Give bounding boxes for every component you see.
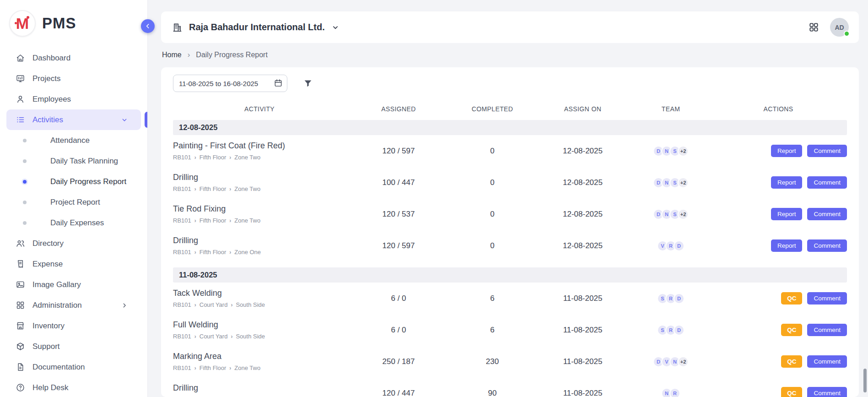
col-team: TEAM [632,105,710,113]
chevron-right-icon: › [229,186,231,192]
sidebar-item-projects[interactable]: Projects [6,68,141,89]
comment-button[interactable]: Comment [807,145,847,157]
comment-button[interactable]: Comment [807,387,847,397]
qc-button[interactable]: QC [781,292,802,305]
completed-value: 6 [451,326,534,335]
sidebar-item-support[interactable]: Support [6,336,141,357]
comment-button[interactable]: Comment [807,324,847,336]
completed-value: 6 [451,294,534,303]
company-selector[interactable]: Raja Bahadur International Ltd. [172,22,340,33]
vertical-scrollbar-thumb[interactable] [863,369,867,392]
team-avatars: S R D [632,325,710,336]
sidebar-item-employees[interactable]: Employees [6,89,141,109]
sidebar-item-label: Attendance [50,136,90,145]
sidebar-item-dashboard[interactable]: Dashboard [6,48,141,68]
assigned-value: 250 / 187 [346,357,451,366]
row-actions: QC Comment [710,355,847,368]
user-avatar[interactable]: AD [830,18,849,37]
app-logo: M PMS [6,9,141,44]
team-more-badge[interactable]: +2 [678,146,689,157]
activity-path: RB101› Court Yard› South Side [173,301,341,308]
sidebar-item-documentation[interactable]: Documentation [6,357,141,377]
projects-icon [16,74,25,83]
date-range-input[interactable] [173,75,287,92]
support-icon [16,342,25,351]
comment-button[interactable]: Comment [807,239,847,252]
top-header: Raja Bahadur International Ltd. AD [161,11,859,43]
assign-on-value: 12-08-2025 [534,147,632,156]
report-button[interactable]: Report [771,145,803,157]
filter-funnel-icon [303,78,313,88]
col-actions: ACTIONS [710,105,847,113]
chevron-right-icon: › [194,302,196,308]
sidebar-item-label: Employees [32,95,71,104]
activity-title: Drilling [173,173,341,182]
assign-on-value: 12-08-2025 [534,178,632,187]
chevron-right-icon: › [231,302,232,308]
sidebar-item-administration[interactable]: Administration [6,295,141,315]
report-button[interactable]: Report [771,176,803,189]
qc-button[interactable]: QC [781,324,802,336]
row-actions: Report Comment [710,176,847,189]
date-group-header: 11-08-2025 [173,267,847,283]
report-button[interactable]: Report [771,239,803,252]
table-row: Drilling RB101› Fifth Floor› Zone Two 12… [173,377,847,397]
chevron-right-icon: › [229,218,231,224]
sidebar-item-inventory[interactable]: Inventory [6,315,141,336]
calendar-icon [274,78,283,87]
help-desk-icon [16,383,25,392]
team-more-badge[interactable]: +2 [678,177,689,188]
comment-button[interactable]: Comment [807,292,847,305]
sidebar-item-daily-task-planning[interactable]: Daily Task Planning [6,151,141,171]
team-avatars: D N S +2 [632,209,710,220]
sidebar-item-expense[interactable]: Expense [6,254,141,274]
chevron-right-icon: › [194,154,196,161]
activities-icon [16,115,25,125]
sidebar: M PMS Dashboard Projects Employees Activ… [0,0,148,397]
sidebar-item-project-report[interactable]: Project Report [6,192,141,212]
chevron-left-icon [144,22,151,30]
activity-path: RB101› Fifth Floor› Zone Two [173,364,341,371]
apps-grid-button[interactable] [809,22,819,33]
activity-path: RB101› Fifth Floor› Zone One [173,249,341,256]
report-button[interactable]: Report [771,208,803,220]
team-member-avatar: D [674,325,685,336]
sidebar-item-daily-progress-report[interactable]: Daily Progress Report [6,171,141,192]
assign-on-value: 11-08-2025 [534,326,632,335]
sidebar-item-label: Dashboard [32,54,70,63]
inventory-icon [16,321,25,331]
qc-button[interactable]: QC [781,355,802,368]
sidebar-item-help-desk[interactable]: Help Desk [6,377,141,397]
date-group-header: 12-08-2025 [173,120,847,135]
comment-button[interactable]: Comment [807,355,847,368]
col-assigned: ASSIGNED [346,105,451,113]
team-more-badge[interactable]: +2 [678,356,689,367]
team-avatars: V R D [632,240,710,251]
sidebar-item-attendance[interactable]: Attendance [6,130,141,151]
team-more-badge[interactable]: +2 [678,209,689,220]
sidebar-item-daily-expenses[interactable]: Daily Expenses [6,212,141,233]
table-row: Drilling RB101› Fifth Floor› Zone One 12… [173,230,847,261]
team-avatars: N R [632,388,710,397]
assigned-value: 100 / 447 [346,178,451,187]
activity-path: RB101› Fifth Floor› Zone Two [173,154,341,161]
comment-button[interactable]: Comment [807,176,847,189]
breadcrumb-home[interactable]: Home [162,51,182,59]
sidebar-item-image-gallary[interactable]: Image Gallary [6,274,141,295]
team-avatars: S R D [632,293,710,304]
sidebar-item-activities[interactable]: Activities [6,109,141,130]
company-name: Raja Bahadur International Ltd. [189,22,325,33]
chevron-right-icon: › [194,333,196,340]
row-actions: QC Comment [710,292,847,305]
qc-button[interactable]: QC [781,387,802,397]
sidebar-collapse-button[interactable] [141,19,155,33]
activity-path: RB101› Fifth Floor› Zone Two [173,217,341,224]
chevron-right-icon: › [194,218,196,224]
sidebar-item-label: Directory [32,239,64,248]
table-row: Marking Area RB101› Fifth Floor› Zone Tw… [173,346,847,377]
comment-button[interactable]: Comment [807,208,847,220]
bullet-icon [23,139,27,142]
filter-button[interactable] [303,78,313,88]
sidebar-item-directory[interactable]: Directory [6,233,141,254]
chevron-down-icon [331,23,340,32]
